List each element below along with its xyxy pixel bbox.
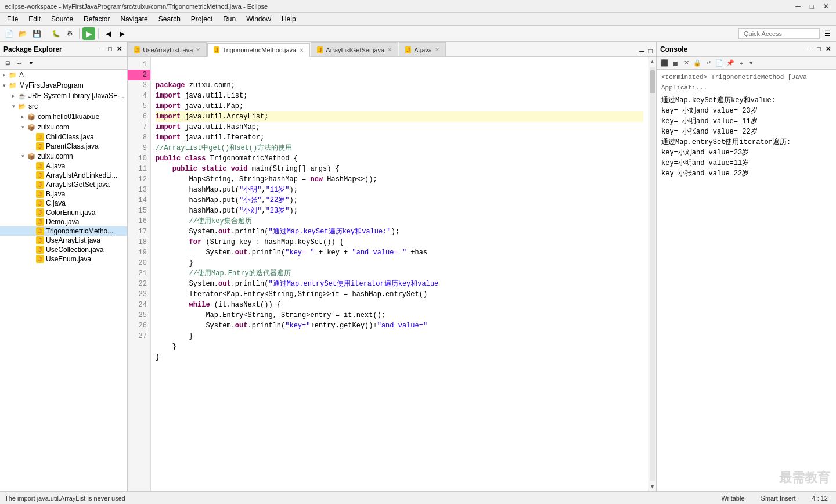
tab-close-btn[interactable]: ✕ [299, 47, 304, 53]
tree-item-ArrayListAndLinkedLi[interactable]: JArrayListAndLinkedLi... [0, 171, 127, 180]
status-bar: The import java.util.ArrayList is never … [0, 491, 836, 504]
quick-access-input[interactable] [738, 28, 820, 39]
tree-item-label: ArrayListGetSet.java [46, 181, 110, 189]
tree-item-label: UseCollection.java [46, 246, 103, 254]
menu-item-project[interactable]: Project [186, 14, 217, 24]
menu-item-refactor[interactable]: Refactor [79, 14, 114, 24]
tree-item-icon: J [36, 246, 44, 254]
scroll-track[interactable] [650, 67, 655, 481]
tree-item-label: C.java [46, 199, 66, 207]
menu-bar: FileEditSourceRefactorNavigateSearchProj… [0, 13, 836, 26]
tree-item-zuixu-comn[interactable]: ▾📦zuixu.comn [0, 151, 127, 161]
toolbar-step-btn[interactable]: ⚙ [63, 27, 76, 40]
tree-item-com-hello01kuaixue[interactable]: ▸📦com.hello01kuaixue [0, 111, 127, 122]
console-line-3: key= 小张and value= 22岁 [661, 127, 831, 137]
tree-item-A[interactable]: ▸📁A [0, 70, 127, 80]
menu-item-window[interactable]: Window [242, 14, 276, 24]
close-button[interactable]: ✕ [821, 2, 831, 10]
console-word-wrap-btn[interactable]: ↵ [703, 58, 714, 69]
tree-item-ColorEnum-java[interactable]: JColorEnum.java [0, 208, 127, 217]
editor-content: 1234567891011121314151617181920212223242… [128, 57, 656, 491]
tree-arrow[interactable]: ▸ [9, 93, 17, 99]
code-line-12: hashMap.put("小张","22岁"); [156, 195, 643, 206]
console-stop-btn[interactable]: ⏹ [670, 58, 680, 69]
menu-item-edit[interactable]: Edit [24, 14, 45, 24]
editor-minimize-btn[interactable]: ─ [638, 46, 646, 56]
menu-item-file[interactable]: File [2, 14, 23, 24]
code-area[interactable]: package zuixu.comn;import java.util.List… [151, 57, 648, 491]
panel-maximize-btn[interactable]: □ [106, 45, 114, 53]
tree-item-icon: 📁 [8, 70, 17, 80]
console-maximize-btn[interactable]: □ [815, 45, 823, 53]
tab-close-btn[interactable]: ✕ [196, 46, 200, 53]
tab-close-btn[interactable]: ✕ [435, 46, 439, 53]
tree-item-TrigonometricMethod[interactable]: JTrigonometricMetho... [0, 226, 127, 236]
tree-item-UseEnum-java[interactable]: JUseEnum.java [0, 254, 127, 264]
tree-arrow[interactable]: ▸ [0, 72, 8, 78]
console-close-btn[interactable]: ✕ [824, 45, 833, 53]
link-editor-btn[interactable]: ↔ [14, 58, 24, 69]
tree-item-UseCollection-java[interactable]: JUseCollection.java [0, 245, 127, 254]
menu-item-navigate[interactable]: Navigate [116, 14, 152, 24]
tree-item-src[interactable]: ▾📂src [0, 101, 127, 111]
tree-item-ChildClass-java[interactable]: JChildClass.java [0, 132, 127, 142]
tree-item-Demo-java[interactable]: JDemo.java [0, 217, 127, 226]
toolbar-debug-btn[interactable]: 🐛 [49, 27, 62, 40]
console-dropdown[interactable]: ▾ [749, 59, 753, 67]
console-clear-btn[interactable]: ⬛ [659, 58, 669, 69]
panel-close-btn[interactable]: ✕ [115, 45, 124, 53]
console-scroll-lock-btn[interactable]: 🔒 [692, 58, 702, 69]
editor-tab-A-java[interactable]: JA.java✕ [399, 42, 446, 56]
toolbar-menu-btn[interactable]: ☰ [821, 27, 834, 40]
menu-item-help[interactable]: Help [277, 14, 301, 24]
tree-item-ArrayListGetSet-java[interactable]: JArrayListGetSet.java [0, 180, 127, 189]
scroll-thumb[interactable] [650, 70, 655, 93]
tree-item-ParentClass-java[interactable]: JParentClass.java [0, 142, 127, 151]
tree-item-B-java[interactable]: JB.java [0, 189, 127, 199]
minimize-button[interactable]: ─ [793, 2, 803, 10]
tree-arrow[interactable]: ▾ [19, 153, 27, 159]
tree-item-C-java[interactable]: JC.java [0, 199, 127, 208]
tree-item-UseArrayList-java[interactable]: JUseArrayList.java [0, 236, 127, 245]
console-minimize-btn[interactable]: ─ [806, 45, 815, 53]
tree-item-A-java[interactable]: JA.java [0, 161, 127, 171]
console-terminate-btn[interactable]: ✕ [681, 58, 691, 69]
view-menu-btn[interactable]: ▾ [26, 58, 36, 69]
tree-arrow[interactable]: ▾ [19, 124, 27, 130]
editor-tab-TrigonometricMethod-java[interactable]: JTrigonometricMethod.java✕ [207, 43, 310, 57]
console-open-file-btn[interactable]: 📄 [714, 58, 725, 69]
scroll-down-arrow[interactable]: ▼ [650, 482, 655, 491]
tree-item-zuixu-com[interactable]: ▾📦zuixu.com [0, 122, 127, 132]
tree-item-label: UseEnum.java [46, 255, 91, 263]
line-number-13: 13 [128, 185, 150, 195]
toolbar-forward-btn[interactable]: ▶ [116, 27, 128, 40]
menu-item-search[interactable]: Search [154, 14, 185, 24]
tab-label: UseArrayList.java [143, 46, 193, 53]
editor-scrollbar[interactable]: ▲ ▼ [648, 57, 656, 491]
toolbar-back-btn[interactable]: ◀ [102, 27, 114, 40]
toolbar-run-btn[interactable]: ▶ [82, 27, 95, 40]
maximize-button[interactable]: □ [808, 2, 816, 10]
tree-arrow[interactable]: ▸ [19, 114, 27, 120]
tree-item-JRE[interactable]: ▸☕JRE System Library [JavaSE-... [0, 91, 127, 101]
panel-minimize-btn[interactable]: ─ [98, 45, 106, 53]
console-new-btn[interactable]: + [736, 58, 747, 69]
editor-maximize-btn[interactable]: □ [647, 46, 654, 56]
editor-tab-UseArrayList-java[interactable]: JUseArrayList.java✕ [128, 42, 207, 56]
collapse-all-btn[interactable]: ⊟ [2, 58, 13, 69]
tree-item-MyFirstJavaProgram[interactable]: ▾📁MyFirstJavaProgram [0, 80, 127, 91]
toolbar-new-btn[interactable]: 📄 [2, 27, 15, 40]
toolbar-open-btn[interactable]: 📂 [16, 27, 29, 40]
editor-tab-ArrayListGetSet-java[interactable]: JArrayListGetSet.java✕ [311, 42, 398, 56]
line-number-2: 2 [128, 70, 150, 80]
tree-arrow[interactable]: ▾ [9, 103, 17, 109]
menu-item-source[interactable]: Source [46, 14, 78, 24]
menu-item-run[interactable]: Run [218, 14, 240, 24]
console-pin-btn[interactable]: 📌 [725, 58, 736, 69]
toolbar-save-btn[interactable]: 💾 [30, 27, 43, 40]
cursor-position: 4 : 12 [808, 495, 831, 502]
tab-close-btn[interactable]: ✕ [387, 46, 392, 53]
tree-item-icon: J [36, 236, 44, 244]
tree-arrow[interactable]: ▾ [0, 82, 8, 88]
scroll-up-arrow[interactable]: ▲ [650, 57, 655, 66]
